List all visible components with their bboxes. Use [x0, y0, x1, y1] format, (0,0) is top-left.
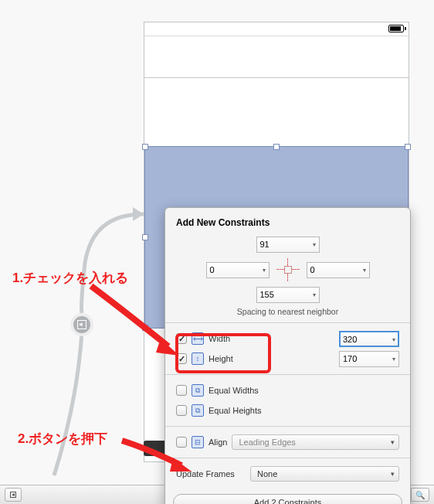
- popover-title: Add New Constraints: [165, 208, 410, 234]
- spacing-top-input[interactable]: 91▾: [256, 237, 320, 253]
- spacing-left-input[interactable]: 0▾: [206, 262, 270, 278]
- outline-toggle-button[interactable]: [70, 313, 93, 336]
- height-icon: ↕: [192, 352, 204, 365]
- height-checkbox[interactable]: [176, 353, 187, 364]
- update-frames-dropdown[interactable]: None: [250, 466, 399, 482]
- outline-icon: [77, 320, 86, 329]
- spacing-right-input[interactable]: 0▾: [307, 262, 370, 278]
- height-label: Height: [209, 354, 233, 363]
- annotation-step2: 2.ボタンを押下: [18, 430, 107, 448]
- align-label: Align: [209, 438, 227, 447]
- width-label: Width: [209, 334, 230, 343]
- width-checkbox[interactable]: [176, 333, 187, 344]
- update-frames-label: Update Frames: [176, 469, 246, 478]
- equal-widths-label: Equal Widths: [209, 386, 259, 395]
- width-input[interactable]: 320▾: [339, 331, 399, 347]
- zoom-in-icon: 🔍: [415, 491, 425, 499]
- spacing-caption: Spacing to nearest neighbor: [165, 305, 410, 322]
- align-dropdown[interactable]: Leading Edges: [232, 434, 399, 450]
- add-constraints-popover: Add New Constraints 91▾ 0▾ 0▾ 155▾ Spaci…: [164, 207, 411, 504]
- equal-heights-label: Equal Heights: [209, 406, 262, 415]
- annotation-step1: 1.チェックを入れる: [12, 269, 128, 287]
- ib-canvas: UIScrollView Add New Constraints 91▾ 0▾ …: [0, 0, 434, 504]
- pin-diagram[interactable]: [276, 257, 300, 282]
- equal-heights-checkbox[interactable]: [176, 405, 187, 416]
- align-icon: ⊟: [192, 436, 204, 448]
- align-checkbox[interactable]: [176, 437, 187, 448]
- svg-marker-0: [133, 207, 144, 221]
- nav-bar: [144, 36, 409, 78]
- height-input[interactable]: 170▾: [339, 351, 399, 367]
- status-bar: [144, 22, 409, 36]
- doc-outline-icon: [10, 492, 16, 498]
- add-constraints-button[interactable]: Add 2 Constraints: [173, 494, 402, 504]
- doc-outline-button[interactable]: [5, 488, 22, 502]
- zoom-in-button[interactable]: 🔍: [411, 488, 429, 502]
- spacing-bottom-input[interactable]: 155▾: [256, 287, 320, 303]
- equal-widths-icon: ⧉: [192, 384, 204, 397]
- equal-widths-checkbox[interactable]: [176, 385, 187, 396]
- equal-heights-icon: ⧉: [192, 404, 204, 417]
- width-icon: ⟷: [192, 332, 204, 345]
- battery-icon: [388, 25, 404, 32]
